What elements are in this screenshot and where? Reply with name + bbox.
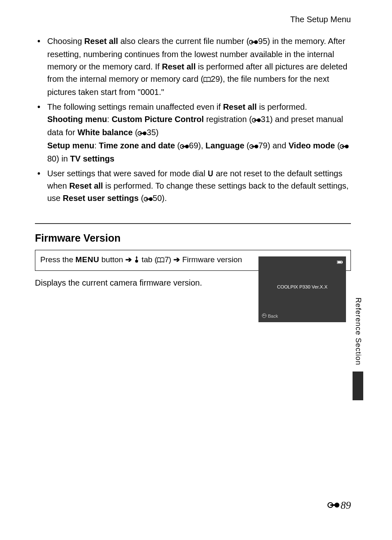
svg-point-26 [262, 314, 266, 318]
reel-icon [249, 140, 258, 152]
svg-rect-12 [182, 146, 187, 147]
body-text: Choosing [47, 37, 84, 46]
reel-icon [252, 114, 261, 126]
body-text: : [94, 141, 99, 150]
body-text: 79) and [258, 141, 288, 150]
svg-rect-24 [338, 261, 341, 263]
bold-term: Time zone and date [99, 141, 175, 150]
back-label: Back [268, 314, 278, 318]
svg-rect-6 [254, 120, 259, 121]
body-text: : [107, 115, 112, 124]
firmware-version-text: COOLPIX P330 Ver.X.X [258, 284, 346, 289]
nav-ref-number: 7 [164, 255, 168, 264]
section-title: Firmware Version [35, 232, 351, 244]
bold-term: Reset all [162, 62, 196, 71]
bullet-item: The following settings remain unaffected… [35, 101, 351, 165]
body-text: is performed. [257, 102, 307, 111]
reel-icon [180, 140, 189, 152]
bold-term: White balance [77, 128, 132, 137]
svg-rect-18 [342, 146, 347, 147]
bold-term: Reset all [223, 102, 257, 111]
header-section-title: The Setup Menu [290, 15, 351, 24]
nav-text: ) [169, 255, 174, 264]
nav-text: tab ( [139, 255, 157, 264]
svg-rect-15 [251, 146, 256, 147]
bullet-item: Choosing Reset all also clears the curre… [35, 35, 351, 98]
bold-term: Language [205, 141, 244, 150]
body-text: 69), [189, 141, 205, 150]
bold-term: Custom Picture Control [112, 115, 204, 124]
body-text: The following settings remain unaffected… [47, 102, 223, 111]
bullet-item: User settings that were saved for mode d… [35, 167, 351, 205]
menu-button-label: MENU [76, 255, 99, 264]
svg-rect-9 [140, 133, 145, 134]
nav-target: Firmware version [180, 255, 242, 264]
book-icon [203, 74, 211, 86]
bold-term: TV settings [70, 154, 115, 163]
svg-rect-29 [330, 504, 337, 506]
section-divider [35, 223, 351, 224]
reel-icon [327, 500, 340, 511]
body-text: 35) [147, 128, 159, 137]
body-text: ( [138, 194, 143, 203]
bold-term: Shooting menu [47, 115, 107, 124]
main-content: Choosing Reset all also clears the curre… [35, 35, 351, 289]
bold-term: Reset all [69, 181, 103, 190]
body-text: also clears the current file number ( [118, 37, 249, 46]
book-icon [157, 255, 164, 266]
battery-icon [337, 260, 343, 265]
body-text: ( [335, 141, 340, 150]
back-indicator: Back [262, 313, 278, 319]
reel-icon [340, 140, 349, 152]
body-text: ( [175, 141, 180, 150]
page-number: 89 [327, 500, 351, 511]
reel-icon [138, 127, 147, 139]
body-text: User settings that were saved for mode d… [47, 169, 208, 178]
bullet-list: Choosing Reset all also clears the curre… [35, 35, 351, 205]
bold-term: Reset all [84, 37, 118, 46]
reel-icon [249, 36, 258, 48]
svg-rect-2 [251, 42, 256, 43]
body-text: 80) in [47, 154, 70, 163]
body-text: registration ( [204, 115, 252, 124]
nav-text: Press the [40, 255, 76, 264]
wrench-icon [134, 255, 139, 266]
reel-icon [144, 193, 153, 205]
side-tab-label: Reference Section [354, 298, 362, 365]
back-icon [262, 313, 267, 319]
page-number-text: 89 [341, 500, 351, 511]
document-page: The Setup Menu Choosing Reset all also c… [0, 0, 392, 540]
mode-dial-symbol: U [208, 167, 213, 180]
arrow-icon: ➔ [125, 254, 132, 265]
bold-term: Video mode [288, 141, 335, 150]
arrow-icon: ➔ [173, 254, 180, 265]
body-text: ( [133, 128, 138, 137]
body-text: 50). [153, 194, 167, 203]
bold-term: Reset user settings [63, 194, 139, 203]
svg-rect-21 [146, 198, 151, 200]
bold-term: Setup menu [47, 141, 94, 150]
camera-lcd-preview: COOLPIX P330 Ver.X.X Back [258, 256, 346, 322]
side-tab-marker [353, 372, 363, 400]
nav-text: button [99, 255, 125, 264]
body-text: ( [244, 141, 249, 150]
svg-rect-25 [342, 261, 343, 263]
